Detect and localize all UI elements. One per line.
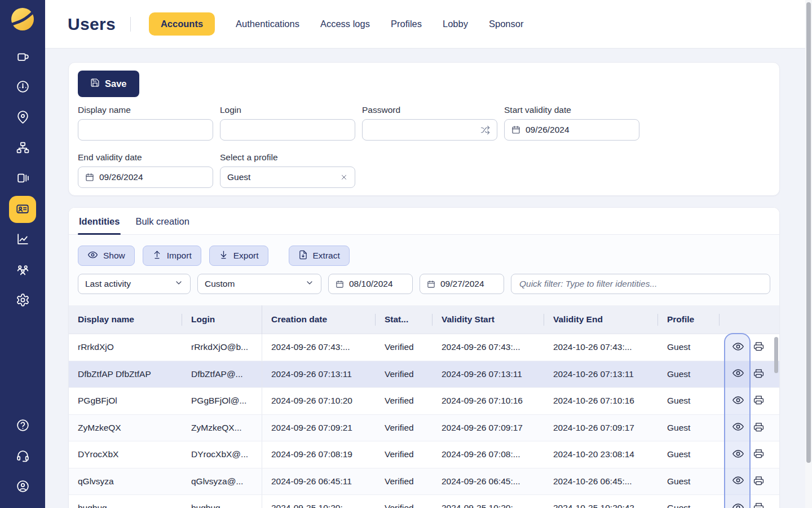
column-header-display-name[interactable]: Display name (69, 305, 182, 334)
print-identity-button[interactable] (753, 395, 764, 407)
sidebar-nav (9, 43, 36, 314)
table-header-row: Display nameLoginCreation dateStat...Val… (69, 305, 779, 334)
start-validity-input[interactable]: 09/26/2024 (504, 119, 639, 141)
login-input[interactable] (227, 125, 348, 135)
view-identity-button[interactable] (732, 367, 744, 381)
tab-bulk-creation[interactable]: Bulk creation (134, 208, 190, 234)
tab-authentications[interactable]: Authentications (236, 19, 299, 29)
identities-filters: Last activity Custom 08/10/2024 09/27/20… (69, 266, 779, 294)
table-row[interactable]: qGlvsyzaqGlvsyza@...2024-09-26 06:45:11V… (69, 468, 779, 496)
sidebar-item-settings[interactable] (9, 287, 36, 314)
table-row[interactable]: ZyMzkeQXZyMzkeQX...2024-09-26 07:09:21Ve… (69, 415, 779, 442)
print-identity-button[interactable] (753, 448, 764, 461)
export-button[interactable]: Export (209, 246, 268, 266)
header-tabs: AccountsAuthenticationsAccess logsProfil… (149, 12, 524, 36)
page-scrollbar-thumb[interactable] (806, 2, 811, 463)
print-identity-button[interactable] (753, 422, 764, 434)
cell-validity-end: 2024-10-26 07:10:16 (544, 388, 658, 414)
column-header-login[interactable]: Login (182, 305, 262, 334)
sidebar-bottom (9, 413, 36, 501)
extract-button[interactable]: Extract (289, 246, 350, 266)
tab-profiles[interactable]: Profiles (391, 19, 422, 29)
eye-icon (732, 448, 744, 462)
column-header-status[interactable]: Stat... (376, 305, 433, 334)
tab-accounts[interactable]: Accounts (149, 12, 215, 36)
start-validity-value: 09/26/2024 (526, 125, 570, 135)
table-scrollbar-thumb[interactable] (774, 337, 778, 373)
range-filter-select[interactable]: Custom (197, 274, 321, 294)
show-button[interactable]: Show (78, 246, 135, 266)
cell-status: Verified (376, 495, 433, 508)
view-identity-button[interactable] (732, 421, 744, 435)
show-button-label: Show (103, 251, 125, 261)
table-row[interactable]: DfbZtfAP DfbZtfAPDfbZtfAP@...2024-09-26 … (69, 361, 779, 388)
cell-profile: Guest (658, 361, 720, 388)
print-identity-button[interactable] (753, 368, 764, 380)
table-row[interactable]: PGgBFjOlPGgBFjOl@...2024-09-26 07:10:20V… (69, 388, 779, 415)
print-identity-button[interactable] (753, 341, 764, 353)
display-name-field-group: Display name (78, 105, 213, 141)
view-identity-button[interactable] (732, 501, 744, 508)
date-from-input[interactable]: 08/10/2024 (328, 274, 413, 294)
sidebar-item-users[interactable] (9, 196, 36, 223)
display-name-input[interactable] (85, 125, 206, 135)
profile-select[interactable]: Guest (220, 167, 355, 188)
identities-card: Identities Bulk creation Show Import Exp… (68, 207, 780, 508)
cell-validity-end: 2024-10-26 06:45:... (544, 468, 658, 495)
sidebar-item-dashboard[interactable] (9, 74, 36, 101)
table-row[interactable]: bugbugbugbug...2024-09-25 10:20:...Verif… (69, 495, 779, 508)
clear-icon[interactable] (340, 173, 348, 181)
save-button[interactable]: Save (78, 71, 139, 97)
settings-gear-icon (16, 293, 30, 309)
cell-status: Verified (376, 415, 433, 441)
tab-identities[interactable]: Identities (78, 208, 121, 234)
chevron-down-icon (305, 278, 314, 290)
tab-lobby[interactable]: Lobby (443, 19, 468, 29)
printer-icon (753, 422, 764, 434)
password-input[interactable] (369, 125, 475, 135)
sidebar-item-locations[interactable] (9, 104, 36, 132)
profile-select-label: Select a profile (220, 152, 355, 163)
print-identity-button[interactable] (753, 502, 764, 508)
tab-sponsor[interactable]: Sponsor (489, 19, 523, 29)
identities-tabbar: Identities Bulk creation (69, 208, 779, 235)
sidebar-item-help[interactable] (9, 413, 36, 440)
sidebar-item-analytics[interactable] (9, 226, 36, 253)
view-identity-button[interactable] (732, 340, 744, 354)
import-button[interactable]: Import (143, 246, 201, 266)
analytics-chart-icon (16, 232, 30, 248)
sidebar-item-support[interactable] (9, 443, 36, 470)
quick-filter-input[interactable] (511, 274, 770, 294)
calendar-icon (427, 280, 435, 288)
column-header-profile[interactable]: Profile (658, 305, 720, 334)
page-scrollbar[interactable] (805, 0, 812, 508)
sidebar-item-network[interactable] (9, 135, 36, 162)
view-identity-button[interactable] (732, 474, 744, 488)
cell-validity-start: 2024-09-26 07:10:16 (433, 388, 544, 414)
view-identity-button[interactable] (732, 448, 744, 462)
tab-access-logs[interactable]: Access logs (320, 19, 370, 29)
sidebar-item-panels[interactable] (9, 165, 36, 192)
table-row[interactable]: rRrkdXjOrRrkdXjO@b...2024-09-26 07:43:..… (69, 334, 779, 361)
table-row[interactable]: DYrocXbXDYrocXbX@...2024-09-26 07:08:19V… (69, 441, 779, 468)
sidebar-item-groups[interactable] (9, 257, 36, 284)
end-validity-value: 09/26/2024 (99, 172, 143, 182)
date-to-value: 09/27/2024 (440, 279, 484, 289)
sidebar-item-account[interactable] (9, 474, 36, 501)
cell-actions (720, 394, 779, 408)
view-identity-button[interactable] (732, 394, 744, 408)
chevron-down-icon (174, 278, 183, 290)
column-header-actions (720, 305, 779, 334)
column-header-validity-start[interactable]: Validity Start (433, 305, 544, 334)
end-validity-input[interactable]: 09/26/2024 (78, 167, 213, 188)
column-header-creation-date[interactable]: Creation date (262, 305, 376, 334)
date-to-input[interactable]: 09/27/2024 (420, 274, 504, 294)
cell-login: DYrocXbX@... (182, 441, 262, 468)
activity-filter-select[interactable]: Last activity (78, 274, 191, 294)
print-identity-button[interactable] (753, 475, 764, 488)
sidebar-item-portal[interactable] (9, 43, 36, 71)
app-logo[interactable] (10, 7, 35, 32)
shuffle-icon[interactable] (480, 125, 490, 135)
eye-icon (732, 394, 744, 408)
column-header-validity-end[interactable]: Validity End (544, 305, 658, 334)
